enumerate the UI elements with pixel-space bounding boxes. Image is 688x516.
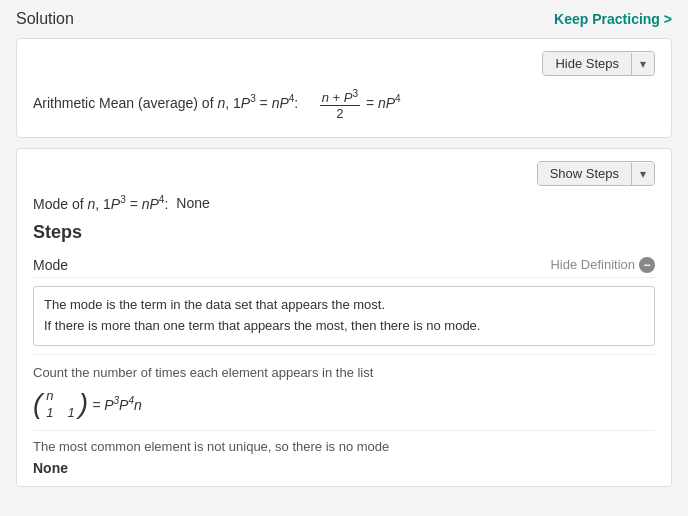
- definition-box: The mode is the term in the data set tha…: [33, 286, 655, 346]
- matrix-bottom-left: 1: [46, 405, 53, 420]
- definition-line2: If there is more than one term that appe…: [44, 316, 644, 337]
- fraction-numerator: n + P3: [320, 88, 360, 106]
- fraction-equals: = nP4: [366, 95, 401, 111]
- arithmetic-card-header: Hide Steps ▾: [33, 51, 655, 76]
- arithmetic-prefix: Arithmetic Mean (average) of n, 1P3 = nP…: [33, 95, 298, 111]
- matrix-inner: n 1 1: [42, 388, 78, 420]
- step2-conclusion: The most common element is not unique, s…: [33, 439, 655, 454]
- mode-definition-label: Mode: [33, 257, 68, 273]
- hide-steps-toggle[interactable]: Hide Steps ▾: [542, 51, 655, 76]
- hide-definition-link[interactable]: Hide Definition −: [550, 257, 655, 273]
- mode-formula-row: Mode of n, 1P3 = nP4: None: [33, 194, 655, 212]
- fraction-denominator: 2: [334, 106, 345, 121]
- mode-card: Show Steps ▾ Mode of n, 1P3 = nP4: None …: [16, 148, 672, 486]
- show-steps-toggle[interactable]: Show Steps ▾: [537, 161, 655, 186]
- arithmetic-fraction: n + P3 2: [320, 88, 360, 121]
- hide-definition-icon: −: [639, 257, 655, 273]
- keep-practicing-link[interactable]: Keep Practicing >: [554, 11, 672, 27]
- steps-heading: Steps: [33, 222, 655, 243]
- step1-description: Count the number of times each element a…: [33, 365, 655, 380]
- page-container: Solution Keep Practicing > Hide Steps ▾ …: [0, 0, 688, 497]
- definition-row: Mode Hide Definition −: [33, 251, 655, 278]
- step-divider-1: [33, 354, 655, 355]
- hide-steps-label: Hide Steps: [543, 52, 631, 75]
- arithmetic-mean-card: Hide Steps ▾ Arithmetic Mean (average) o…: [16, 38, 672, 138]
- definition-line1: The mode is the term in the data set tha…: [44, 295, 644, 316]
- right-paren: ): [79, 390, 88, 418]
- mode-formula-label: Mode of n, 1P3 = nP4:: [33, 194, 168, 212]
- step-divider-2: [33, 430, 655, 431]
- matrix-equals: = P3P4n: [92, 395, 142, 413]
- mode-result: None: [176, 195, 209, 211]
- mode-card-header: Show Steps ▾: [33, 161, 655, 186]
- solution-title: Solution: [16, 10, 74, 28]
- matrix-expression: ( n 1 1 ) = P3P4n: [33, 388, 146, 420]
- matrix-empty: [68, 388, 75, 403]
- hide-steps-arrow[interactable]: ▾: [631, 53, 654, 75]
- arithmetic-formula: Arithmetic Mean (average) of n, 1P3 = nP…: [33, 84, 655, 125]
- hide-definition-text: Hide Definition: [550, 257, 635, 272]
- step2-result: None: [33, 460, 655, 476]
- show-steps-arrow[interactable]: ▾: [631, 163, 654, 185]
- matrix-bottom-right: 1: [68, 405, 75, 420]
- solution-header: Solution Keep Practicing >: [16, 10, 672, 28]
- matrix-top-left: n: [46, 388, 53, 403]
- left-paren: (: [33, 390, 42, 418]
- steps-section: Steps Mode Hide Definition − The mode is…: [33, 222, 655, 476]
- show-steps-label: Show Steps: [538, 162, 631, 185]
- step1-math: ( n 1 1 ) = P3P4n: [33, 388, 655, 420]
